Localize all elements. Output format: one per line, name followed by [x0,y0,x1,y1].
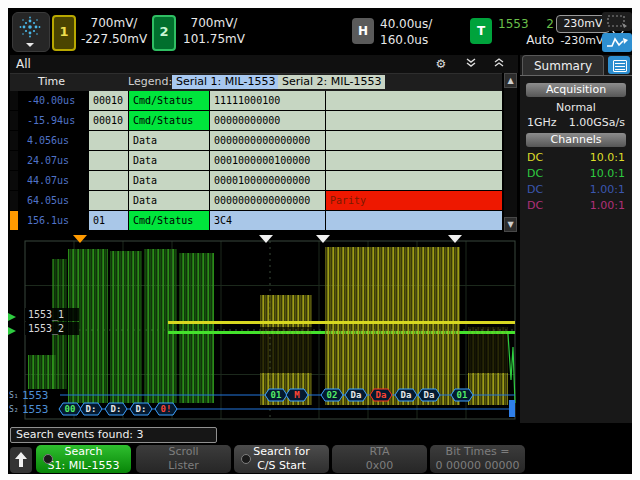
s2-name: 1553 [22,403,49,416]
trigger-settings[interactable]: 1553 2 Auto [498,16,554,48]
cell-rta [89,131,128,150]
cell-time: 44.07us [19,171,88,190]
cell-time: -40.00us [19,91,88,110]
scroll-down-icon[interactable]: ▼ [504,217,517,232]
table-row[interactable]: 44.07us Data 0000100000000000 [10,171,502,190]
softkey-rta[interactable]: RTA 0x00 [332,445,427,473]
row-marker [10,91,18,110]
main-menu-button[interactable] [12,12,50,52]
s2-prefix: S₂ [9,405,19,414]
cell-error [326,131,502,150]
softkey-scroll-line1: Scroll [136,445,231,459]
channel1-probe: 10.0:1 [590,150,625,165]
s1-name: 1553 [22,389,49,402]
softkey-scroll-lister[interactable]: Scroll Lister [136,445,231,473]
table-row[interactable]: 24.07us Data 0001000000100000 [10,151,502,170]
row-marker [10,191,18,210]
softkey-bit-times[interactable]: Bit Times = 0 00000 00000 [430,445,525,473]
cell-error [326,211,502,230]
acquisition-mode: Normal [520,101,632,114]
s2-bubble: D: [111,404,122,414]
cell-rta: 00010 [89,111,128,130]
lister-scrollbar[interactable]: ▲ ▼ [504,73,517,232]
s1-bubble: Da [401,390,412,400]
softkey-back-button[interactable] [10,447,32,473]
s1-bubble: M [294,390,300,400]
table-row[interactable]: 64.05us Data 0000000000000000 Parity [10,191,502,210]
channel1-coupling: DC [527,150,543,165]
cell-data: 11111000100 [210,91,325,110]
trigger-bus-type: 1553 [498,16,529,32]
channel2-settings[interactable]: 700mV/ 101.75mV [174,15,254,47]
cell-error [326,151,502,170]
cell-rta [89,191,128,210]
table-row[interactable]: 4.056us Data 0000000000000000 [10,131,502,150]
channel3-coupling: DC [527,182,543,197]
cell-data: 0000000000000000 [210,131,325,150]
lister-mode: All [16,55,31,73]
table-row[interactable]: -15.94us 00010 Cmd/Status 00000000000 [10,111,502,130]
trigger-source: 2 [546,16,554,32]
softkey-rta-line2: 0x00 [332,459,427,473]
divider [520,75,632,76]
softkey-scroll-line2: Lister [136,459,231,473]
channel1-settings[interactable]: 700mV/ -227.50mV [74,15,154,47]
cell-time: 4.056us [19,131,88,150]
cell-data: 0001000000100000 [210,151,325,170]
s1-bubble-error: Da [376,390,387,400]
legend-label: Legend: [128,74,172,90]
cell-data: 00000000000 [210,111,325,130]
acquisition-section-header: Acquisition [526,83,626,97]
waveform-display[interactable]: 1553_1 1553_2 S₁ 1553 01 M 02 Da [8,235,518,422]
s1-bubble: Da [424,390,435,400]
cell-rta [89,171,128,190]
up-arrow-icon [10,447,32,473]
row-marker [10,171,18,190]
trigger-level-low: -230mV [556,34,608,47]
cell-data: 0000100000000000 [210,171,325,190]
channel2-button[interactable]: 2 [152,15,176,51]
trigger-button[interactable]: T [470,18,492,44]
channel1-button[interactable]: 1 [52,15,76,51]
softkey-search-for[interactable]: Search for C/S Start [234,445,329,473]
zoom-region-button[interactable] [602,12,632,31]
zoom-region-icon [602,12,632,31]
column-header-time: Time [38,74,65,90]
cell-time: 64.05us [19,191,88,210]
channel2-scale: 700mV/ [174,15,254,31]
sample-rate: 1.00GSa/s [569,116,625,129]
lister-table: -40.00us 00010 Cmd/Status 11111000100 -1… [10,91,502,231]
softkey-bittimes-line2: 0 00000 00000 [430,459,525,473]
touch-gesture-button[interactable] [602,33,632,52]
timebase-scale: 40.00us/ [380,16,452,32]
expand-icon[interactable] [488,56,510,72]
bus2-label: 1553_2 [28,323,64,335]
summary-sidebar: Summary Acquisition Normal 1GHz 1.00GSa/… [520,55,632,423]
cell-data: 0000000000000000 [210,191,325,210]
scroll-up-icon[interactable]: ▲ [504,73,517,88]
horizontal-settings[interactable]: 40.00us/ 160.0us [380,16,452,48]
scope-screen: 1 700mV/ -227.50mV 2 700mV/ 101.75mV H 4… [8,8,632,474]
decode-scroll-marker [509,400,515,417]
s2-bubble: D: [136,404,147,414]
table-row[interactable]: -40.00us 00010 Cmd/Status 11111000100 [10,91,502,110]
channel3-summary: DC 1.00:1 [520,182,632,197]
channel4-summary: DC 1.00:1 [520,198,632,213]
cell-rta [89,151,128,170]
cell-type: Data [129,131,209,150]
row-marker-selected [10,211,18,230]
cell-type: Cmd/Status [129,111,209,130]
trigger-mode: Auto [498,32,554,48]
cell-rta: 01 [89,211,128,230]
sidebar-menu-button[interactable] [608,56,630,74]
softkey-search[interactable]: Search S1: MIL-1553 [36,445,131,473]
horizontal-button[interactable]: H [352,18,374,44]
s1-bubble: 02 [327,390,338,400]
table-row-selected[interactable]: 156.1us 01 Cmd/Status 3C4 [10,211,502,230]
tab-summary[interactable]: Summary [522,55,604,75]
cell-type: Cmd/Status [129,91,209,110]
row-marker [10,151,18,170]
cell-time: 156.1us [19,211,88,230]
collapse-icon[interactable] [460,56,482,72]
gear-icon[interactable]: ⚙ [430,56,452,72]
